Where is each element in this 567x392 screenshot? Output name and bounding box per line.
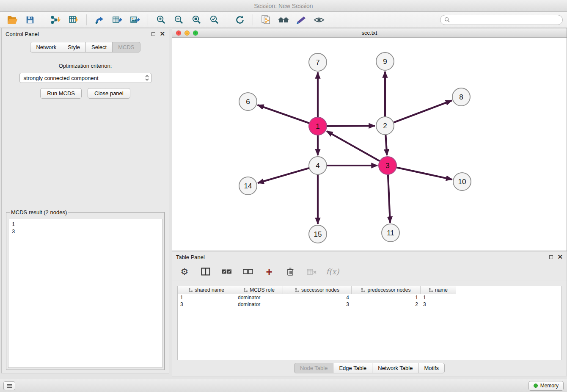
close-panel-button[interactable]: Close panel (88, 88, 130, 99)
edge-3-10[interactable] (388, 166, 452, 179)
mcds-result-item[interactable]: 1 (12, 221, 159, 228)
table-row[interactable]: 3dominator323 (178, 301, 561, 308)
select-all-columns-button[interactable] (221, 266, 232, 277)
criterion-dropdown[interactable]: strongly connected component (19, 73, 151, 83)
table-cell[interactable]: dominator (235, 301, 283, 308)
task-history-button[interactable] (3, 381, 15, 390)
node-6[interactable]: 6 (239, 93, 257, 110)
refresh-button[interactable] (232, 13, 248, 27)
minimize-window-icon[interactable]: − (184, 30, 190, 36)
zoom-selected-button[interactable] (206, 13, 222, 27)
search-box[interactable] (440, 15, 563, 25)
close-panel-icon[interactable]: ✕ (557, 255, 563, 259)
maximize-window-icon[interactable]: + (193, 30, 198, 36)
table-cell[interactable]: 3 (178, 301, 235, 308)
node-9[interactable]: 9 (376, 52, 394, 70)
table-tab-network-table[interactable]: Network Table (372, 363, 418, 373)
column-header-MCDS-role[interactable]: MCDS role (235, 286, 283, 294)
close-window-icon[interactable]: × (176, 30, 181, 36)
table-tab-node-table[interactable]: Node Table (294, 363, 334, 373)
table-cell[interactable]: 1 (352, 294, 421, 301)
table-tab-motifs[interactable]: Motifs (418, 363, 445, 373)
close-panel-icon[interactable]: ✕ (160, 32, 165, 36)
network-window-title: scc.txt (362, 30, 377, 36)
column-header-shared-name[interactable]: shared name (178, 286, 235, 294)
import-table-icon (68, 15, 80, 25)
node-label: 11 (387, 229, 394, 237)
export-network-button[interactable] (91, 13, 107, 27)
zoom-in-button[interactable] (153, 13, 169, 27)
mcds-result-list[interactable]: 13 (8, 219, 162, 368)
memory-button[interactable]: Memory (528, 381, 564, 391)
network-window-titlebar[interactable]: × − + scc.txt (172, 28, 567, 38)
search-input[interactable] (452, 17, 559, 23)
node-1[interactable]: 1 (309, 117, 327, 135)
table-cell[interactable]: 1 (421, 294, 456, 301)
eye-icon (314, 16, 325, 24)
node-2[interactable]: 2 (376, 117, 394, 135)
table-row[interactable]: 1dominator411 (178, 294, 561, 301)
column-header-label: shared name (195, 287, 224, 293)
home-button[interactable] (275, 13, 292, 27)
show-graphics-details-button[interactable] (311, 13, 327, 27)
column-header-predecessor-nodes[interactable]: predecessor nodes (352, 286, 421, 294)
zoom-selected-icon (209, 15, 219, 25)
float-panel-icon[interactable] (151, 32, 155, 36)
table-cell[interactable]: dominator (235, 294, 283, 301)
table-cell[interactable]: 1 (178, 294, 235, 301)
node-7[interactable]: 7 (309, 53, 327, 71)
memory-status-icon (534, 384, 538, 388)
open-session-button[interactable] (4, 13, 20, 27)
table-tab-edge-table[interactable]: Edge Table (333, 363, 372, 373)
edge-2-8[interactable] (385, 100, 452, 126)
node-11[interactable]: 11 (382, 224, 399, 242)
clone-network-button[interactable] (258, 13, 274, 27)
table-options-button[interactable]: ⚙ (179, 266, 190, 277)
open-folder-icon (7, 15, 18, 25)
table-cell[interactable]: 3 (283, 301, 352, 308)
import-table-button[interactable] (66, 13, 82, 27)
network-canvas[interactable]: 7968124314101511 (172, 38, 567, 251)
node-15[interactable]: 15 (309, 225, 327, 243)
run-mcds-button[interactable]: Run MCDS (40, 88, 82, 99)
create-column-button[interactable]: + (264, 266, 275, 277)
delete-table-button[interactable] (306, 266, 317, 277)
column-header-label: name (435, 287, 448, 293)
table-cell[interactable]: 3 (421, 301, 456, 308)
float-panel-icon[interactable] (549, 255, 553, 259)
export-image-button[interactable] (127, 13, 143, 27)
node-10[interactable]: 10 (453, 173, 471, 190)
function-builder-button[interactable]: f(x) (327, 266, 338, 277)
zoom-out-button[interactable] (171, 13, 187, 27)
control-panel-title: Control Panel (6, 31, 39, 37)
column-header-name[interactable]: name (421, 286, 456, 294)
node-8[interactable]: 8 (452, 88, 470, 106)
table-cell[interactable]: 2 (352, 301, 421, 308)
edge-4-14[interactable] (258, 166, 318, 183)
edge-3-1[interactable] (327, 131, 388, 166)
zoom-fit-button[interactable] (188, 13, 204, 27)
node-14[interactable]: 14 (239, 177, 257, 195)
window-titlebar[interactable]: Session: New Session (0, 0, 567, 12)
mcds-result-item[interactable]: 3 (12, 228, 159, 235)
tab-select[interactable]: Select (85, 42, 113, 52)
show-columns-button[interactable] (200, 266, 211, 277)
node-3[interactable]: 3 (379, 157, 396, 174)
delete-column-button[interactable] (285, 266, 296, 277)
column-header-successor-nodes[interactable]: successor nodes (283, 286, 352, 294)
toolbar-separator (43, 14, 43, 25)
import-network-button[interactable] (48, 13, 64, 27)
style-button[interactable] (293, 13, 309, 27)
tab-network[interactable]: Network (30, 42, 62, 52)
save-session-button[interactable] (22, 13, 38, 27)
table-cell[interactable]: 4 (283, 294, 352, 301)
edge-1-6[interactable] (258, 105, 318, 126)
export-table-button[interactable] (109, 13, 125, 27)
table-panel-title: Table Panel (176, 254, 205, 260)
tab-mcds[interactable]: MCDS (112, 42, 140, 52)
unselect-all-columns-button[interactable] (242, 266, 253, 277)
tab-style[interactable]: Style (62, 42, 86, 52)
zoom-out-icon (174, 15, 184, 25)
node-label: 7 (316, 58, 319, 66)
node-4[interactable]: 4 (309, 157, 327, 174)
